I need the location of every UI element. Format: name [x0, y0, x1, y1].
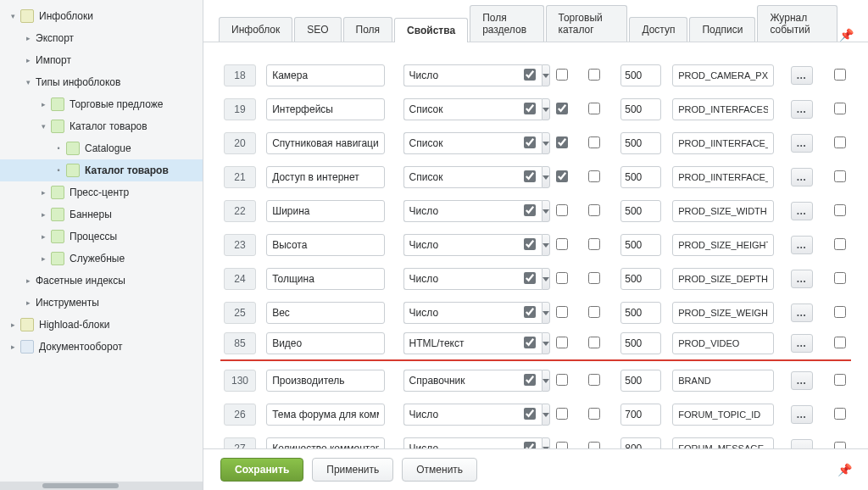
- expand-glyph[interactable]: ▸: [39, 100, 47, 109]
- property-more-button[interactable]: …: [791, 66, 813, 85]
- tree-item[interactable]: ▸Импорт: [0, 49, 203, 71]
- property-flag-1[interactable]: [524, 408, 536, 420]
- property-type-value[interactable]: [403, 166, 542, 188]
- pin-icon[interactable]: 📌: [839, 28, 853, 42]
- tree-item[interactable]: ▸Служебные: [0, 248, 203, 270]
- property-name-input[interactable]: [266, 404, 385, 426]
- property-type-select[interactable]: [403, 268, 497, 290]
- property-more-button[interactable]: …: [791, 100, 813, 119]
- expand-glyph[interactable]: ▸: [8, 320, 17, 329]
- property-flag-2[interactable]: [556, 306, 568, 318]
- property-flag-2[interactable]: [556, 238, 568, 250]
- property-flag-2[interactable]: [556, 337, 568, 348]
- property-delete-checkbox[interactable]: [834, 204, 846, 216]
- property-code-input[interactable]: [672, 268, 774, 290]
- property-delete-checkbox[interactable]: [834, 306, 846, 318]
- property-delete-checkbox[interactable]: [834, 103, 846, 114]
- tree-item[interactable]: ▾Каталог товаров: [0, 115, 203, 137]
- chevron-down-icon[interactable]: [542, 98, 550, 120]
- property-more-button[interactable]: …: [791, 439, 813, 448]
- property-type-value[interactable]: [403, 64, 542, 86]
- property-flag-2[interactable]: [556, 103, 568, 114]
- tree-item[interactable]: ▸Фасетные индексы: [0, 270, 203, 292]
- property-type-select[interactable]: [403, 64, 497, 86]
- property-flag-3[interactable]: [588, 69, 600, 81]
- property-flag-2[interactable]: [556, 204, 568, 216]
- chevron-down-icon[interactable]: [542, 268, 550, 290]
- property-sort-input[interactable]: [620, 437, 661, 448]
- tree-item[interactable]: ▸Highload-блоки: [0, 314, 203, 336]
- property-type-select[interactable]: [403, 98, 497, 120]
- pin-icon[interactable]: 📌: [837, 463, 851, 476]
- property-flag-1[interactable]: [524, 374, 536, 386]
- tab[interactable]: Торговый каталог: [546, 5, 628, 42]
- property-type-select[interactable]: [403, 234, 497, 256]
- property-flag-3[interactable]: [588, 170, 600, 182]
- property-sort-input[interactable]: [620, 166, 661, 188]
- property-type-select[interactable]: [403, 370, 497, 392]
- property-flag-1[interactable]: [524, 204, 536, 216]
- property-sort-input[interactable]: [620, 132, 661, 154]
- property-more-button[interactable]: …: [791, 270, 813, 288]
- property-delete-checkbox[interactable]: [834, 170, 846, 182]
- property-code-input[interactable]: [672, 234, 774, 256]
- property-sort-input[interactable]: [620, 370, 661, 392]
- property-flag-2[interactable]: [556, 136, 568, 148]
- property-type-value[interactable]: [403, 302, 542, 324]
- property-more-button[interactable]: …: [791, 168, 813, 187]
- property-type-value[interactable]: [403, 332, 542, 354]
- property-name-input[interactable]: [266, 437, 385, 448]
- property-type-value[interactable]: [403, 234, 542, 256]
- chevron-down-icon[interactable]: [542, 132, 550, 154]
- property-flag-3[interactable]: [588, 136, 600, 148]
- property-type-value[interactable]: [403, 200, 542, 222]
- property-flag-2[interactable]: [556, 374, 568, 386]
- property-flag-2[interactable]: [556, 408, 568, 420]
- property-code-input[interactable]: [672, 404, 774, 426]
- property-flag-1[interactable]: [524, 136, 536, 148]
- property-more-button[interactable]: …: [791, 334, 813, 353]
- property-flag-2[interactable]: [556, 272, 568, 284]
- property-type-select[interactable]: [403, 132, 497, 154]
- tab[interactable]: Подписи: [689, 17, 755, 42]
- expand-glyph[interactable]: •: [54, 166, 63, 175]
- property-flag-1[interactable]: [524, 306, 536, 318]
- property-code-input[interactable]: [672, 166, 774, 188]
- tree-item[interactable]: ▾Типы инфоблоков: [0, 71, 203, 93]
- chevron-down-icon[interactable]: [542, 437, 550, 448]
- property-type-select[interactable]: [403, 437, 497, 448]
- tree-item[interactable]: ▸Инструменты: [0, 292, 203, 314]
- property-flag-3[interactable]: [588, 408, 600, 420]
- property-code-input[interactable]: [672, 64, 774, 86]
- property-sort-input[interactable]: [620, 234, 661, 256]
- tab[interactable]: Доступ: [629, 17, 687, 42]
- property-type-value[interactable]: [403, 370, 542, 392]
- tree-item[interactable]: ▸Документооборот: [0, 336, 203, 358]
- chevron-down-icon[interactable]: [542, 370, 550, 392]
- property-flag-2[interactable]: [556, 442, 568, 449]
- chevron-down-icon[interactable]: [542, 404, 550, 426]
- property-flag-2[interactable]: [556, 69, 568, 81]
- property-more-button[interactable]: …: [791, 371, 813, 390]
- expand-glyph[interactable]: ▸: [24, 56, 32, 64]
- expand-glyph[interactable]: ▸: [39, 188, 47, 197]
- property-more-button[interactable]: …: [791, 236, 813, 254]
- property-name-input[interactable]: [266, 332, 385, 354]
- property-code-input[interactable]: [672, 437, 774, 448]
- property-flag-1[interactable]: [524, 337, 536, 348]
- property-type-value[interactable]: [403, 437, 542, 448]
- property-type-select[interactable]: [403, 166, 497, 188]
- property-flag-3[interactable]: [588, 442, 600, 449]
- chevron-down-icon[interactable]: [542, 332, 550, 354]
- expand-glyph[interactable]: ▸: [39, 254, 47, 263]
- property-delete-checkbox[interactable]: [834, 374, 846, 386]
- property-flag-1[interactable]: [524, 69, 536, 81]
- chevron-down-icon[interactable]: [542, 200, 550, 222]
- property-code-input[interactable]: [672, 302, 774, 324]
- tree-item[interactable]: •Catalogue: [0, 137, 203, 159]
- property-flag-3[interactable]: [588, 272, 600, 284]
- property-type-select[interactable]: [403, 302, 497, 324]
- chevron-down-icon[interactable]: [542, 302, 550, 324]
- property-type-value[interactable]: [403, 404, 542, 426]
- property-code-input[interactable]: [672, 132, 774, 154]
